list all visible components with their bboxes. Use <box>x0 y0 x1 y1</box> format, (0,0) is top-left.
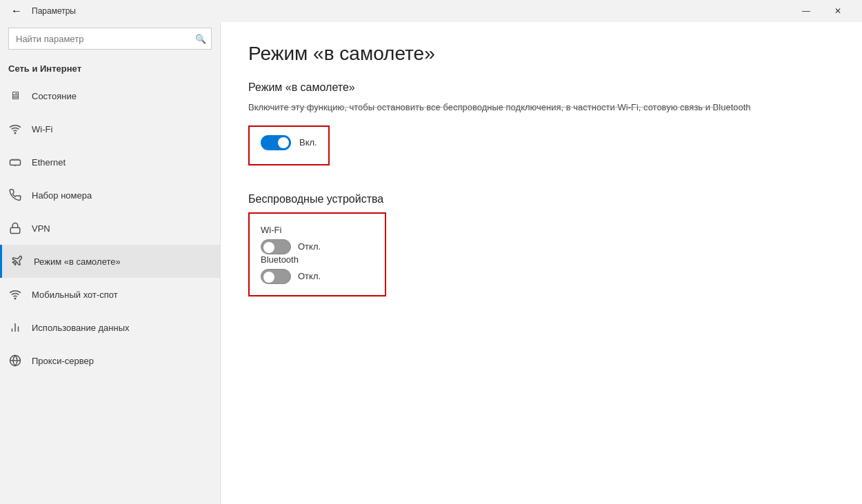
airplane-toggle[interactable] <box>261 135 291 150</box>
airplane-toggle-knob <box>278 137 289 148</box>
sidebar-item-state[interactable]: 🖥 Состояние <box>0 79 220 112</box>
sidebar-item-proxy[interactable]: Прокси-сервер <box>0 344 220 377</box>
airplane-toggle-box: Вкл. <box>248 125 330 165</box>
sidebar-item-airplane[interactable]: Режим «в самолете» <box>0 245 220 278</box>
airplane-section-desc: Включите эту функцию, чтобы остановить в… <box>248 101 834 114</box>
sidebar-item-datausage[interactable]: Использование данных <box>0 311 220 344</box>
back-button[interactable]: ← <box>8 3 25 19</box>
wifi-toggle-row: Откл. <box>261 239 374 254</box>
bluetooth-toggle-knob <box>263 272 274 283</box>
wifi-toggle-knob <box>263 242 274 253</box>
wireless-devices-box: Wi-Fi Откл. Bluetooth О <box>248 212 386 296</box>
airplane-icon <box>10 254 24 268</box>
titlebar-controls: — ✕ <box>790 0 854 22</box>
ethernet-icon <box>8 155 22 169</box>
sidebar-item-label-hotspot: Мобильный хот-спот <box>32 290 118 300</box>
bluetooth-device-label: Bluetooth <box>261 254 374 265</box>
vpn-icon <box>8 221 22 235</box>
airplane-section-title: Режим «в самолете» <box>248 81 834 94</box>
wifi-icon <box>8 122 22 136</box>
sidebar-item-label-state: Состояние <box>32 91 77 101</box>
back-icon: ← <box>11 5 22 17</box>
sidebar-item-wifi[interactable]: Wi-Fi <box>0 112 220 145</box>
sidebar-item-label-airplane: Режим «в самолете» <box>34 256 121 267</box>
main-layout: 🔍 Сеть и Интернет 🖥 Состояние Wi-Fi <box>0 22 862 504</box>
content-area: Режим «в самолете» Режим «в самолете» Вк… <box>221 22 862 504</box>
minimize-button[interactable]: — <box>790 0 822 22</box>
bluetooth-toggle-label: Откл. <box>298 271 321 281</box>
airplane-toggle-row: Вкл. <box>261 135 317 150</box>
sidebar-item-hotspot[interactable]: Мобильный хот-спот <box>0 278 220 311</box>
sidebar-item-label-ethernet: Ethernet <box>32 157 66 168</box>
sidebar-item-label-datausage: Использование данных <box>32 323 130 333</box>
svg-point-3 <box>14 298 16 299</box>
dialup-icon <box>8 188 22 202</box>
airplane-section: Режим «в самолете» Включите эту функцию,… <box>248 81 834 177</box>
datausage-icon <box>8 321 22 334</box>
search-input[interactable] <box>8 28 212 50</box>
search-icon: 🔍 <box>195 34 206 44</box>
state-icon: 🖥 <box>8 89 22 103</box>
wifi-device: Wi-Fi Откл. <box>261 225 374 254</box>
svg-point-0 <box>14 132 16 134</box>
bluetooth-toggle-row: Откл. <box>261 269 374 284</box>
bluetooth-toggle[interactable] <box>261 269 291 284</box>
sidebar-item-label-dialup: Набор номера <box>32 190 92 201</box>
svg-rect-2 <box>10 228 20 233</box>
titlebar: ← Параметры — ✕ <box>0 0 862 22</box>
search-container: 🔍 <box>8 28 212 50</box>
sidebar-item-label-proxy: Прокси-сервер <box>32 356 94 366</box>
sidebar-item-label-vpn: VPN <box>32 223 50 234</box>
hotspot-icon <box>8 288 22 301</box>
titlebar-title: Параметры <box>32 6 76 16</box>
sidebar: 🔍 Сеть и Интернет 🖥 Состояние Wi-Fi <box>0 22 221 504</box>
sidebar-item-label-wifi: Wi-Fi <box>32 124 52 134</box>
sidebar-item-ethernet[interactable]: Ethernet <box>0 145 220 179</box>
proxy-icon <box>8 354 22 367</box>
sidebar-item-vpn[interactable]: VPN <box>0 212 220 245</box>
wifi-toggle[interactable] <box>261 239 291 254</box>
svg-rect-1 <box>10 160 21 165</box>
airplane-toggle-label: Вкл. <box>299 137 317 148</box>
close-button[interactable]: ✕ <box>822 0 854 22</box>
wifi-toggle-label: Откл. <box>298 241 321 252</box>
wireless-section: Беспроводные устройства Wi-Fi Откл. Blue… <box>248 193 834 296</box>
sidebar-section-label: Сеть и Интернет <box>0 58 220 79</box>
wifi-device-label: Wi-Fi <box>261 225 374 235</box>
page-title: Режим «в самолете» <box>248 43 834 65</box>
sidebar-item-dialup[interactable]: Набор номера <box>0 179 220 212</box>
bluetooth-device: Bluetooth Откл. <box>261 254 374 284</box>
wireless-section-title: Беспроводные устройства <box>248 193 834 205</box>
